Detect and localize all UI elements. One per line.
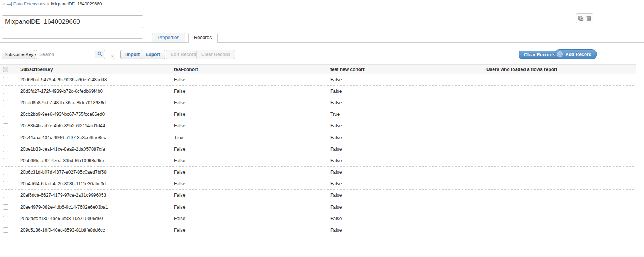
cell-test-new-cohort: False <box>330 147 486 152</box>
cell-test-new-cohort: False <box>330 135 486 140</box>
back-chevron-icon[interactable]: « <box>2 1 5 7</box>
table-row: 20b4d6f4-6dad-4c20-808b-1111e30abe3dFals… <box>0 178 636 190</box>
table-row: 20af6dca-6627-4179-97ce-2a31c9996053Fals… <box>0 190 636 201</box>
search-button[interactable] <box>95 51 104 58</box>
add-record-label: Add Record <box>565 52 591 57</box>
cell-test-cohort: False <box>174 123 330 128</box>
search-icon <box>97 51 102 58</box>
cell-subscriber-key: 20c44aaa-434c-4946-b197-3e3ce6fae8ec <box>17 135 174 140</box>
add-record-button[interactable]: + Add Record <box>554 49 597 59</box>
cell-subscriber-key: 20cb2bb9-9ee6-493f-bc67-755fcca66ed0 <box>17 112 174 117</box>
row-checkbox[interactable] <box>3 123 8 128</box>
cell-test-new-cohort: False <box>330 204 486 210</box>
cell-subscriber-key: 20a2f5fc-f130-4be6-9f38-10e710e95d60 <box>17 216 174 221</box>
column-header-subscriber-key: SubscriberKey <box>17 67 174 72</box>
table-body: 20d63baf-5476-4c95-9036-a90e5148bdd8Fals… <box>0 74 636 236</box>
table-row: 20cb2bb9-9ee6-493f-bc67-755fcca66ed0Fals… <box>0 109 636 120</box>
breadcrumb-current: MixpanelDE_1640029660 <box>51 2 102 6</box>
cell-subscriber-key: 20b6c31d-b07d-4377-a027-85c0aed7bf58 <box>17 170 174 175</box>
cell-test-new-cohort: True <box>330 112 486 117</box>
cell-subscriber-key: 209c5136-16f0-40ed-8593-81b8fe8dd6cc <box>17 227 174 233</box>
question-mark-icon: ? <box>111 54 113 59</box>
cell-subscriber-key: 20bb9f6c-af82-47ea-805d-f6a13963c95b <box>17 158 174 163</box>
column-header-test-new-cohort: test new cohort <box>330 67 486 72</box>
data-extension-name-input[interactable] <box>2 15 143 28</box>
copy-plus-icon[interactable] <box>578 16 584 21</box>
cell-subscriber-key: 20be1b33-ceaf-41ce-8aa9-2da057887cfa <box>17 147 174 152</box>
row-checkbox[interactable] <box>3 181 8 186</box>
cell-test-new-cohort: False <box>330 193 486 198</box>
cell-test-cohort: False <box>174 147 330 152</box>
column-header-users-flows-report: Users who loaded a flows report <box>486 67 636 72</box>
table-row: 209c5136-16f0-40ed-8593-81b8fe8dd6ccFals… <box>0 224 636 236</box>
breadcrumb: « Data Extensions « MixpanelDE_164002966… <box>2 1 102 7</box>
data-extension-description-input[interactable] <box>2 31 143 39</box>
table-row: 20c83b4b-ad2e-45f0-89b2-6f2114dd1d44Fals… <box>0 120 636 132</box>
table-row: 20d3fd27-172f-4939-b72c-6cfedb69f4b0Fals… <box>0 86 636 97</box>
search-field-selector-value: SubscriberKey <box>5 52 33 57</box>
tab-records[interactable]: Records <box>188 33 218 43</box>
cell-test-cohort: False <box>174 77 330 82</box>
cell-test-cohort: False <box>174 193 330 198</box>
row-checkbox[interactable] <box>3 112 8 117</box>
help-button[interactable]: ? <box>110 54 115 59</box>
cell-test-cohort: False <box>174 204 330 210</box>
records-table: SubscriberKey test-cohort test new cohor… <box>0 64 636 236</box>
cell-test-cohort: False <box>174 89 330 94</box>
select-all-checkbox[interactable] <box>3 67 8 72</box>
cell-test-cohort: False <box>174 158 330 163</box>
row-checkbox[interactable] <box>3 147 8 152</box>
column-header-test-cohort: test-cohort <box>174 67 330 72</box>
toolbar-separator <box>162 50 162 59</box>
table-row: 20a2f5fc-f130-4be6-9f38-10e710e95d60Fals… <box>0 213 636 224</box>
search-input[interactable] <box>36 50 105 59</box>
cell-subscriber-key: 20c83b4b-ad2e-45f0-89b2-6f2114dd1d44 <box>17 123 174 128</box>
trash-icon[interactable] <box>586 16 591 21</box>
cell-test-cohort: False <box>174 227 330 233</box>
cell-test-new-cohort: False <box>330 100 486 105</box>
records-toolbar: SubscriberKey ▾ ? Import Export Edit Rec… <box>0 49 644 60</box>
table-row: 20cdd8b8-9cb7-48db-86cc-8fdc7018986dFals… <box>0 97 636 109</box>
cell-test-new-cohort: False <box>330 89 486 94</box>
tabs-divider <box>0 42 644 43</box>
row-checkbox[interactable] <box>3 135 8 140</box>
cell-test-cohort: False <box>174 112 330 117</box>
table-grid-icon <box>7 2 12 6</box>
row-checkbox[interactable] <box>3 170 8 175</box>
search-box <box>36 50 105 59</box>
row-checkbox[interactable] <box>3 204 8 210</box>
row-checkbox[interactable] <box>3 158 8 163</box>
table-row: 20b6c31d-b07d-4377-a027-85c0aed7bf58Fals… <box>0 167 636 178</box>
entity-actions <box>576 13 593 23</box>
cell-test-new-cohort: False <box>330 158 486 163</box>
cell-test-new-cohort: False <box>330 123 486 128</box>
cell-test-cohort: False <box>174 100 330 105</box>
table-row: 20ae4979-082e-4db6-9c14-7602e6e03ba1Fals… <box>0 201 636 213</box>
breadcrumb-separator-icon: « <box>47 1 49 7</box>
cell-subscriber-key: 20ae4979-082e-4db6-9c14-7602e6e03ba1 <box>17 204 174 210</box>
table-row: 20be1b33-ceaf-41ce-8aa9-2da057887cfaFals… <box>0 143 636 155</box>
row-checkbox[interactable] <box>3 100 8 105</box>
search-field-selector[interactable]: SubscriberKey ▾ <box>2 50 35 59</box>
row-checkbox[interactable] <box>3 193 8 198</box>
tab-properties[interactable]: Properties <box>152 33 185 43</box>
cell-test-cohort: False <box>174 216 330 221</box>
clear-record-button[interactable]: Clear Record <box>196 50 235 59</box>
row-checkbox[interactable] <box>3 89 8 94</box>
cell-subscriber-key: 20af6dca-6627-4179-97ce-2a31c9996053 <box>17 193 174 198</box>
tabs: Properties Records <box>152 33 218 43</box>
plus-icon: + <box>557 51 563 57</box>
row-checkbox[interactable] <box>3 77 8 82</box>
cell-test-cohort: False <box>174 181 330 186</box>
table-row: 20bb9f6c-af82-47ea-805d-f6a13963c95bFals… <box>0 155 636 166</box>
cell-test-new-cohort: False <box>330 227 486 233</box>
row-checkbox[interactable] <box>3 216 8 221</box>
breadcrumb-data-extensions-link[interactable]: Data Extensions <box>13 2 46 6</box>
cell-test-new-cohort: False <box>330 181 486 186</box>
table-header-row: SubscriberKey test-cohort test new cohor… <box>0 65 636 74</box>
cell-subscriber-key: 20d63baf-5476-4c95-9036-a90e5148bdd8 <box>17 77 174 82</box>
table-row: 20d63baf-5476-4c95-9036-a90e5148bdd8Fals… <box>0 74 636 86</box>
cell-test-new-cohort: False <box>330 216 486 221</box>
table-row: 20c44aaa-434c-4946-b197-3e3ce6fae8ecTrue… <box>0 132 636 143</box>
row-checkbox[interactable] <box>3 227 8 233</box>
